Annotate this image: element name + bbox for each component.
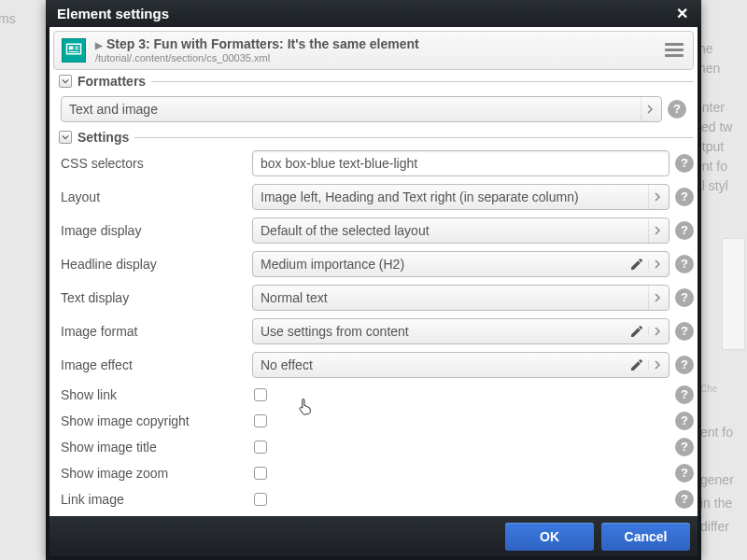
dialog-titlebar: Element settings ✕ bbox=[46, 0, 701, 27]
help-icon[interactable]: ? bbox=[675, 438, 694, 456]
help-icon[interactable]: ? bbox=[675, 322, 694, 341]
fieldset-legend: Formatters bbox=[78, 74, 146, 89]
field-label: Image display bbox=[61, 223, 252, 238]
help-icon[interactable]: ? bbox=[668, 100, 686, 119]
show-title-checkbox[interactable] bbox=[254, 441, 267, 454]
image-effect-select[interactable]: No effect bbox=[252, 352, 669, 378]
field-label: Layout bbox=[61, 189, 252, 204]
help-icon[interactable]: ? bbox=[675, 188, 694, 206]
pencil-icon bbox=[626, 257, 648, 272]
help-icon[interactable]: ? bbox=[675, 490, 694, 509]
content-type-icon bbox=[62, 38, 86, 63]
chevron-right-icon bbox=[648, 286, 665, 310]
field-label: Show image title bbox=[61, 440, 252, 455]
field-label: Show image copyright bbox=[61, 413, 252, 428]
help-icon[interactable]: ? bbox=[675, 288, 694, 307]
settings-fieldset: Settings CSS selectors ? Layout Image le… bbox=[53, 128, 694, 512]
field-label: Text display bbox=[61, 290, 252, 305]
svg-rect-1 bbox=[69, 46, 74, 49]
link-image-checkbox[interactable] bbox=[254, 493, 267, 506]
pencil-icon bbox=[626, 357, 648, 372]
chevron-right-icon bbox=[648, 259, 665, 269]
help-icon[interactable]: ? bbox=[675, 385, 694, 404]
bg-text: themen ontersed twutputent foal styl bbox=[695, 39, 747, 196]
headline-display-select[interactable]: Medium importance (H2) bbox=[252, 251, 669, 277]
collapse-toggle[interactable] bbox=[59, 131, 72, 144]
resource-path: /tutorial/.content/section/cs_00035.xml bbox=[95, 52, 654, 64]
text-display-select[interactable]: Normal text bbox=[252, 285, 669, 311]
breadcrumb: ▶Step 3: Fun with Formatters: It's the s… bbox=[95, 36, 654, 52]
layout-select[interactable]: Image left, Heading and Text right (in s… bbox=[252, 184, 669, 210]
field-label: Headline display bbox=[61, 257, 252, 272]
chevron-right-icon bbox=[648, 360, 665, 370]
field-label: CSS selectors bbox=[61, 156, 252, 171]
menu-icon[interactable] bbox=[663, 40, 685, 61]
help-icon[interactable]: ? bbox=[675, 412, 694, 430]
image-format-select[interactable]: Use settings from content bbox=[252, 318, 669, 344]
formatter-select[interactable]: Text and image bbox=[61, 96, 662, 122]
help-icon[interactable]: ? bbox=[675, 255, 694, 273]
bg-text: Cms bbox=[0, 11, 16, 26]
field-label: Show link bbox=[61, 387, 252, 402]
resource-header: ▶Step 3: Fun with Formatters: It's the s… bbox=[53, 31, 694, 70]
help-icon[interactable]: ? bbox=[675, 464, 694, 483]
bg-text: Che ent fogenerin thediffer bbox=[700, 381, 747, 539]
field-label: Link image bbox=[61, 492, 252, 507]
help-icon[interactable]: ? bbox=[675, 154, 694, 173]
chevron-right-icon bbox=[648, 218, 665, 243]
help-icon[interactable]: ? bbox=[675, 356, 694, 374]
field-label: Image format bbox=[61, 324, 252, 339]
field-label: Show image zoom bbox=[61, 466, 252, 481]
element-settings-dialog: Element settings ✕ ▶Step 3: Fun with For… bbox=[46, 0, 701, 560]
cancel-button[interactable]: Cancel bbox=[601, 523, 690, 551]
dialog-title: Element settings bbox=[57, 6, 169, 21]
show-link-checkbox[interactable] bbox=[254, 388, 267, 401]
fieldset-legend: Settings bbox=[78, 130, 129, 145]
formatters-fieldset: Formatters Text and image ? bbox=[53, 72, 694, 126]
help-icon[interactable]: ? bbox=[675, 221, 694, 240]
field-label: Image effect bbox=[61, 357, 252, 372]
pencil-icon bbox=[626, 324, 648, 339]
show-zoom-checkbox[interactable] bbox=[254, 467, 267, 480]
image-display-select[interactable]: Default of the selected layout bbox=[252, 217, 669, 244]
css-selectors-input[interactable] bbox=[252, 150, 669, 176]
ok-button[interactable]: OK bbox=[505, 523, 594, 551]
show-copyright-checkbox[interactable] bbox=[254, 414, 267, 427]
close-icon[interactable]: ✕ bbox=[672, 5, 692, 22]
chevron-right-icon bbox=[641, 97, 657, 121]
chevron-right-icon bbox=[648, 185, 665, 209]
collapse-toggle[interactable] bbox=[59, 75, 72, 88]
bg-panel bbox=[722, 238, 745, 350]
dialog-footer: OK Cancel bbox=[49, 516, 698, 556]
chevron-right-icon bbox=[648, 327, 665, 336]
